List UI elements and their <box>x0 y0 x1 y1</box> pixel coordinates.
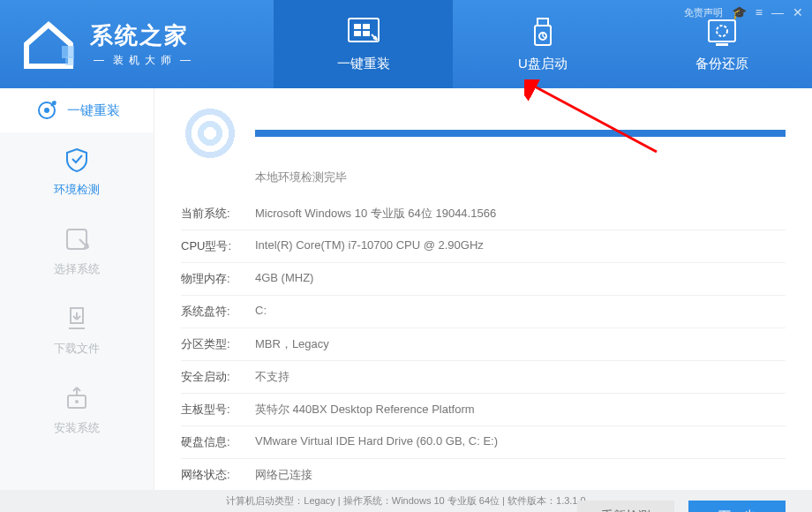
svg-rect-1 <box>65 56 74 65</box>
info-label: 当前系统: <box>181 206 255 222</box>
info-label: 安全启动: <box>181 369 255 385</box>
svg-point-14 <box>44 108 49 113</box>
info-value: 网络已连接 <box>255 467 786 483</box>
recheck-button[interactable]: 重新检测 <box>577 501 674 512</box>
svg-rect-12 <box>716 43 728 46</box>
disclaimer-link[interactable]: 免责声明 <box>684 6 723 19</box>
svg-rect-0 <box>62 46 74 58</box>
info-value: C: <box>255 304 786 320</box>
info-row: 网络状态:网络已连接 <box>181 459 786 492</box>
info-value: MBR，Legacy <box>255 336 786 352</box>
progress-text: 本地环境检测完毕 <box>255 169 786 185</box>
radar-icon <box>181 104 239 162</box>
shield-icon <box>64 147 90 173</box>
graduation-icon[interactable]: 🎓 <box>732 5 747 19</box>
info-value: Microsoft Windows 10 专业版 64位 19044.1566 <box>255 206 786 222</box>
tab-label: U盘启动 <box>518 56 568 72</box>
info-value: 不支持 <box>255 369 786 385</box>
sidebar: 一键重装 环境检测 选择系统 下载文件 安装系统 <box>0 88 154 490</box>
info-label: 主板型号: <box>181 402 255 418</box>
progress-area <box>181 104 786 162</box>
sidebar-item-label: 环境检测 <box>54 182 100 198</box>
info-value: Intel(R) Core(TM) i7-10700 CPU @ 2.90GHz <box>255 238 786 254</box>
info-row: CPU型号:Intel(R) Core(TM) i7-10700 CPU @ 2… <box>181 230 786 263</box>
menu-icon[interactable]: ≡ <box>756 5 763 19</box>
info-row: 主板型号:英特尔 440BX Desktop Reference Platfor… <box>181 394 786 426</box>
info-row: 安全启动:不支持 <box>181 361 786 394</box>
body: 一键重装 环境检测 选择系统 下载文件 安装系统 <box>0 88 812 490</box>
info-row: 分区类型:MBR，Legacy <box>181 328 786 361</box>
main-panel: 本地环境检测完毕 当前系统:Microsoft Windows 10 专业版 6… <box>154 88 812 490</box>
info-label: CPU型号: <box>181 238 255 254</box>
sidebar-item-label: 选择系统 <box>54 261 100 277</box>
svg-rect-6 <box>363 31 370 36</box>
title-controls: 免责声明 🎓 ≡ — ✕ <box>684 5 803 19</box>
sidebar-item-select[interactable]: 选择系统 <box>0 212 154 291</box>
tab-label: 一键重装 <box>337 56 390 72</box>
sidebar-item-detect[interactable]: 环境检测 <box>0 132 154 212</box>
minimize-icon[interactable]: — <box>771 5 784 19</box>
progress-bar <box>255 130 786 137</box>
info-row: 物理内存:4GB (MHZ) <box>181 263 786 296</box>
actions: 重新检测 下一步 <box>181 501 786 512</box>
download-icon <box>64 305 90 332</box>
sidebar-item-label: 下载文件 <box>54 341 100 357</box>
next-button[interactable]: 下一步 <box>688 501 786 512</box>
svg-rect-10 <box>709 20 735 41</box>
sidebar-item-label: 一键重装 <box>67 102 120 119</box>
info-row: 当前系统:Microsoft Windows 10 专业版 64位 19044.… <box>181 198 786 230</box>
logo-icon <box>18 18 79 71</box>
close-icon[interactable]: ✕ <box>793 5 803 19</box>
info-label: 物理内存: <box>181 271 255 287</box>
header: 系统之家 装机大师 一键重装 U盘启动 备份还原 免责声明 🎓 ≡ — ✕ <box>0 0 812 88</box>
logo-area: 系统之家 装机大师 <box>0 0 274 88</box>
info-value: VMware Virtual IDE Hard Drive (60.0 GB, … <box>255 434 786 450</box>
info-label: 系统盘符: <box>181 304 255 320</box>
info-list: 当前系统:Microsoft Windows 10 专业版 64位 19044.… <box>181 198 786 492</box>
install-icon <box>64 385 90 411</box>
tab-usb-boot[interactable]: U盘启动 <box>453 0 632 88</box>
info-label: 硬盘信息: <box>181 434 255 450</box>
info-row: 系统盘符:C: <box>181 296 786 328</box>
backup-icon <box>703 17 741 49</box>
sidebar-item-reinstall[interactable]: 一键重装 <box>0 88 154 132</box>
info-label: 分区类型: <box>181 336 255 352</box>
sidebar-item-label: 安装系统 <box>54 420 100 436</box>
svg-rect-7 <box>538 19 548 26</box>
svg-rect-15 <box>67 230 86 249</box>
info-value: 英特尔 440BX Desktop Reference Platform <box>255 402 786 418</box>
svg-rect-3 <box>354 24 361 29</box>
target-icon <box>34 97 60 124</box>
svg-point-11 <box>717 26 727 36</box>
svg-point-18 <box>75 400 79 403</box>
windows-icon <box>345 17 382 49</box>
sidebar-item-install[interactable]: 安装系统 <box>0 371 154 450</box>
sidebar-item-download[interactable]: 下载文件 <box>0 291 154 371</box>
brand-title: 系统之家 <box>90 20 199 51</box>
info-value: 4GB (MHZ) <box>255 271 786 287</box>
svg-rect-5 <box>354 31 361 36</box>
tab-reinstall[interactable]: 一键重装 <box>274 0 453 88</box>
svg-rect-4 <box>363 24 370 29</box>
tab-label: 备份还原 <box>695 56 748 72</box>
info-row: 硬盘信息:VMware Virtual IDE Hard Drive (60.0… <box>181 426 786 459</box>
brand-subtitle: 装机大师 <box>90 53 199 68</box>
info-label: 网络状态: <box>181 467 255 483</box>
select-icon <box>64 226 90 252</box>
usb-icon <box>524 17 561 49</box>
